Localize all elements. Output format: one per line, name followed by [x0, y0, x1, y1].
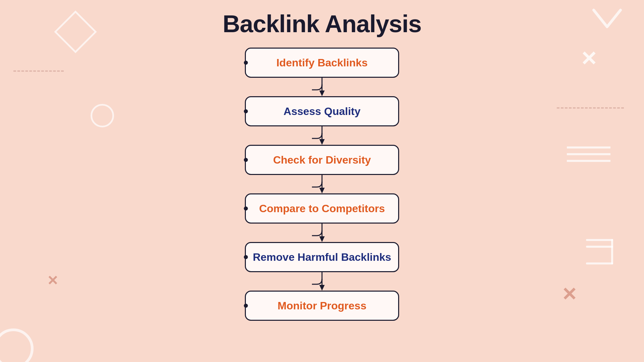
flow-box-2: Check for Diversity: [245, 145, 399, 175]
page-title: Backlink Analysis: [223, 10, 422, 38]
flow-box-notch: [244, 61, 248, 65]
svg-marker-9: [319, 90, 325, 96]
flow-box-label: Remove Harmful Backlinks: [253, 251, 391, 263]
flow-box-label: Check for Diversity: [273, 154, 371, 166]
flow-item: Remove Harmful Backlinks: [245, 242, 399, 272]
flow-connector: [245, 126, 399, 145]
flow-box-1: Assess Quality: [245, 96, 399, 126]
flow-connector: [245, 175, 399, 193]
flow-box-label: Assess Quality: [283, 105, 360, 118]
flow-box-label: Compare to Competitors: [259, 202, 385, 215]
svg-marker-18: [319, 236, 325, 242]
flow-box-notch: [244, 158, 248, 162]
flow-item: Check for Diversity: [245, 145, 399, 175]
flow-box-0: Identify Backlinks: [245, 48, 399, 78]
flow-box-4: Remove Harmful Backlinks: [245, 242, 399, 272]
flow-item: Assess Quality: [245, 96, 399, 126]
flow-box-notch: [244, 304, 248, 308]
flow-item: Compare to Competitors: [245, 193, 399, 224]
flow-box-3: Compare to Competitors: [245, 193, 399, 224]
flow-box-notch: [244, 109, 248, 113]
flow-box-label: Monitor Progress: [278, 300, 367, 312]
flow-item: Identify Backlinks: [245, 48, 399, 78]
main-content: Backlink Analysis Identify BacklinksAsse…: [0, 0, 644, 362]
flow-item: Monitor Progress: [245, 291, 399, 321]
svg-marker-15: [319, 188, 325, 193]
flow-connector: [245, 78, 399, 96]
flow-diagram: Identify BacklinksAssess QualityCheck fo…: [245, 48, 399, 321]
flow-box-notch: [244, 206, 248, 210]
svg-marker-12: [319, 139, 325, 145]
flow-box-notch: [244, 255, 248, 259]
svg-marker-21: [319, 285, 325, 291]
flow-connector: [245, 272, 399, 291]
flow-box-5: Monitor Progress: [245, 291, 399, 321]
flow-connector: [245, 224, 399, 242]
flow-box-label: Identify Backlinks: [276, 57, 368, 69]
